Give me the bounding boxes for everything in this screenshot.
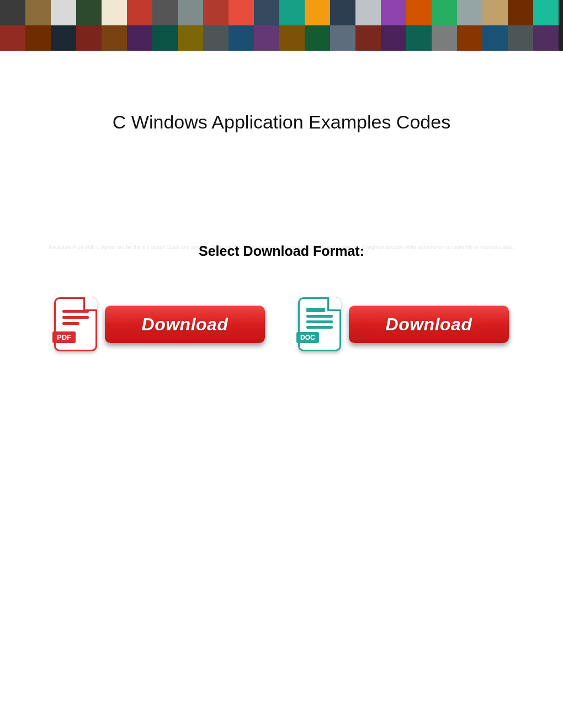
select-format-heading: Select Download Format: (0, 243, 563, 259)
banner-tile (229, 25, 254, 51)
banner-tile (330, 25, 355, 51)
banner-tile (457, 0, 482, 25)
banner-tile (76, 0, 102, 25)
download-pdf-button[interactable]: Download (105, 306, 265, 343)
download-options-row: PDF Download DOC Download (0, 297, 563, 351)
download-doc-block: DOC Download (298, 297, 509, 351)
banner-tile (457, 25, 482, 51)
banner-tile (381, 25, 406, 51)
banner-tile (533, 0, 559, 25)
banner-tile (127, 25, 152, 51)
banner-tile (254, 0, 279, 25)
banner-tile (508, 0, 533, 25)
banner-tile (0, 0, 25, 25)
banner-tile (482, 0, 508, 25)
banner-tile (254, 25, 279, 51)
download-doc-button[interactable]: Download (349, 306, 509, 343)
banner-tile (102, 0, 127, 25)
banner-tile (508, 25, 533, 51)
banner-tile (76, 25, 102, 51)
banner-tile (406, 0, 432, 25)
doc-badge: DOC (296, 332, 319, 343)
banner-tile (25, 0, 51, 25)
pdf-file-icon: PDF (54, 297, 97, 351)
banner-tile (152, 0, 178, 25)
banner-tile (279, 0, 305, 25)
banner-tile (381, 0, 406, 25)
banner-tile (432, 25, 457, 51)
banner-tile (229, 0, 254, 25)
banner-tile (533, 25, 559, 51)
banner-tile (127, 0, 152, 25)
banner-tile (305, 0, 330, 25)
banner-tile (178, 25, 203, 51)
download-pdf-block: PDF Download (54, 297, 265, 351)
banner-tile (102, 25, 127, 51)
banner-tile (432, 0, 457, 25)
banner-tile (25, 25, 51, 51)
banner-tile (178, 0, 203, 25)
banner-tile (51, 0, 76, 25)
banner-tile (330, 0, 355, 25)
banner-tile (406, 25, 432, 51)
banner-tile (152, 25, 178, 51)
banner-tile (355, 25, 381, 51)
pdf-badge: PDF (52, 331, 76, 343)
banner-tile (279, 25, 305, 51)
page-title: C Windows Application Examples Codes (0, 111, 563, 133)
banner-tile (355, 0, 381, 25)
banner-tile (51, 25, 76, 51)
doc-file-icon: DOC (298, 297, 341, 351)
banner-tile (305, 25, 330, 51)
banner-tile (482, 25, 508, 51)
banner-collage (0, 0, 563, 51)
banner-tile (203, 0, 229, 25)
banner-tile (0, 25, 25, 51)
banner-tile (203, 25, 229, 51)
